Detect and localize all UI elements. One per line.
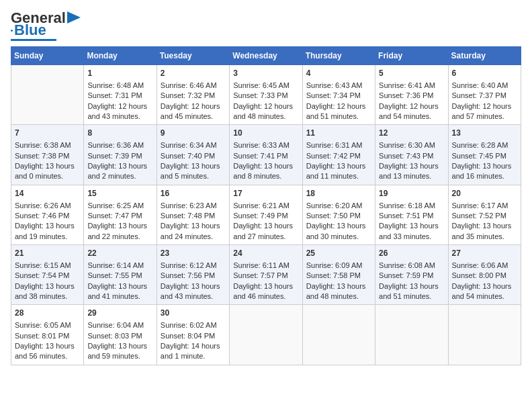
day-number: 5 [379, 68, 444, 79]
col-header-saturday: Saturday [448, 47, 521, 65]
sunset-text: Sunset: 7:47 PM [87, 212, 142, 220]
calendar-cell: 17Sunrise: 6:21 AMSunset: 7:49 PMDayligh… [230, 185, 302, 244]
sunset-text: Sunset: 7:37 PM [452, 91, 506, 99]
calendar-cell: 11Sunrise: 6:31 AMSunset: 7:42 PMDayligh… [302, 125, 375, 185]
week-row-1: 1Sunrise: 6:48 AMSunset: 7:31 PMDaylight… [11, 65, 521, 125]
calendar-cell: 27Sunrise: 6:06 AMSunset: 8:00 PMDayligh… [448, 245, 521, 305]
daylight-text: Daylight: 13 hours and 38 minutes. [15, 282, 75, 300]
sunrise-text: Sunrise: 6:09 AM [306, 261, 363, 269]
col-header-sunday: Sunday [11, 47, 84, 65]
sunset-text: Sunset: 7:52 PM [452, 212, 506, 220]
calendar-cell: 7Sunrise: 6:38 AMSunset: 7:38 PMDaylight… [11, 125, 84, 185]
sunrise-text: Sunrise: 6:40 AM [452, 81, 508, 89]
calendar-cell: 20Sunrise: 6:17 AMSunset: 7:52 PMDayligh… [448, 185, 521, 244]
sunset-text: Sunset: 7:58 PM [306, 271, 361, 279]
sunrise-text: Sunrise: 6:06 AM [452, 261, 508, 269]
day-number: 18 [306, 188, 371, 199]
sunset-text: Sunset: 7:34 PM [306, 91, 361, 99]
day-number: 23 [161, 248, 226, 259]
calendar-cell: 9Sunrise: 6:34 AMSunset: 7:40 PMDaylight… [157, 125, 229, 185]
col-header-thursday: Thursday [302, 47, 375, 65]
daylight-text: Daylight: 13 hours and 24 minutes. [161, 222, 220, 240]
daylight-text: Daylight: 13 hours and 59 minutes. [87, 342, 147, 360]
calendar-table: SundayMondayTuesdayWednesdayThursdayFrid… [11, 46, 521, 365]
sunset-text: Sunset: 7:33 PM [233, 91, 287, 99]
sunset-text: Sunset: 7:56 PM [161, 271, 215, 279]
day-number: 1 [87, 68, 152, 79]
day-number: 16 [161, 188, 226, 199]
logo-blue-text: Blue [14, 23, 46, 38]
header-row: SundayMondayTuesdayWednesdayThursdayFrid… [11, 47, 521, 65]
sunrise-text: Sunrise: 6:30 AM [379, 141, 435, 149]
sunrise-text: Sunrise: 6:11 AM [233, 261, 290, 269]
daylight-text: Daylight: 12 hours and 43 minutes. [87, 102, 147, 120]
daylight-text: Daylight: 13 hours and 22 minutes. [87, 222, 147, 240]
sunrise-text: Sunrise: 6:46 AM [161, 81, 217, 89]
sunrise-text: Sunrise: 6:34 AM [161, 141, 217, 149]
day-number: 22 [87, 248, 152, 259]
calendar-cell: 3Sunrise: 6:45 AMSunset: 7:33 PMDaylight… [230, 65, 302, 125]
day-number: 17 [233, 188, 298, 199]
sunset-text: Sunset: 7:59 PM [379, 271, 433, 279]
calendar-cell: 2Sunrise: 6:46 AMSunset: 7:32 PMDaylight… [157, 65, 229, 125]
calendar-cell: 18Sunrise: 6:20 AMSunset: 7:50 PMDayligh… [302, 185, 375, 244]
calendar-cell: 10Sunrise: 6:33 AMSunset: 7:41 PMDayligh… [230, 125, 302, 185]
sunset-text: Sunset: 7:43 PM [379, 152, 433, 160]
sunrise-text: Sunrise: 6:20 AM [306, 201, 363, 210]
day-number: 8 [87, 128, 152, 139]
sunrise-text: Sunrise: 6:17 AM [452, 201, 508, 210]
calendar-cell: 26Sunrise: 6:08 AMSunset: 7:59 PMDayligh… [375, 245, 448, 305]
sunrise-text: Sunrise: 6:14 AM [87, 261, 144, 269]
calendar-cell [375, 305, 448, 365]
calendar-cell [230, 305, 302, 365]
sunrise-text: Sunrise: 6:43 AM [306, 81, 363, 89]
logo: General Blue [11, 11, 81, 41]
col-header-monday: Monday [84, 47, 157, 65]
day-number: 26 [379, 248, 444, 259]
sunset-text: Sunset: 7:38 PM [15, 152, 69, 160]
calendar-cell: 8Sunrise: 6:36 AMSunset: 7:39 PMDaylight… [84, 125, 157, 185]
sunrise-text: Sunrise: 6:31 AM [306, 141, 363, 149]
daylight-text: Daylight: 13 hours and 48 minutes. [306, 282, 366, 300]
calendar-cell [302, 305, 375, 365]
sunrise-text: Sunrise: 6:28 AM [452, 141, 508, 149]
day-number: 2 [161, 68, 226, 79]
logo-arrow-icon [67, 11, 81, 24]
sunset-text: Sunset: 7:45 PM [452, 152, 506, 160]
day-number: 7 [15, 128, 80, 139]
calendar-cell: 23Sunrise: 6:12 AMSunset: 7:56 PMDayligh… [157, 245, 229, 305]
sunrise-text: Sunrise: 6:18 AM [379, 201, 435, 210]
day-number: 21 [15, 248, 80, 259]
sunrise-text: Sunrise: 6:08 AM [379, 261, 435, 269]
daylight-text: Daylight: 13 hours and 56 minutes. [15, 342, 75, 360]
calendar-cell: 30Sunrise: 6:02 AMSunset: 8:04 PMDayligh… [157, 305, 229, 365]
sunrise-text: Sunrise: 6:05 AM [15, 321, 71, 329]
calendar-cell: 22Sunrise: 6:14 AMSunset: 7:55 PMDayligh… [84, 245, 157, 305]
daylight-text: Daylight: 12 hours and 54 minutes. [379, 102, 439, 120]
daylight-text: Daylight: 13 hours and 16 minutes. [452, 162, 512, 180]
day-number: 20 [452, 188, 517, 199]
calendar-cell: 16Sunrise: 6:23 AMSunset: 7:48 PMDayligh… [157, 185, 229, 244]
day-number: 4 [306, 68, 371, 79]
header: General Blue [11, 11, 521, 41]
calendar-cell: 4Sunrise: 6:43 AMSunset: 7:34 PMDaylight… [302, 65, 375, 125]
day-number: 27 [452, 248, 517, 259]
daylight-text: Daylight: 13 hours and 27 minutes. [233, 222, 293, 240]
logo-underline [11, 39, 56, 41]
day-number: 9 [161, 128, 226, 139]
calendar-cell: 14Sunrise: 6:26 AMSunset: 7:46 PMDayligh… [11, 185, 84, 244]
week-row-4: 21Sunrise: 6:15 AMSunset: 7:54 PMDayligh… [11, 245, 521, 305]
sunrise-text: Sunrise: 6:33 AM [233, 141, 290, 149]
daylight-text: Daylight: 13 hours and 54 minutes. [452, 282, 512, 300]
col-header-friday: Friday [375, 47, 448, 65]
daylight-text: Daylight: 12 hours and 57 minutes. [452, 102, 512, 120]
svg-marker-0 [67, 11, 81, 24]
calendar-cell: 1Sunrise: 6:48 AMSunset: 7:31 PMDaylight… [84, 65, 157, 125]
calendar-cell: 28Sunrise: 6:05 AMSunset: 8:01 PMDayligh… [11, 305, 84, 365]
calendar-cell: 6Sunrise: 6:40 AMSunset: 7:37 PMDaylight… [448, 65, 521, 125]
sunset-text: Sunset: 7:50 PM [306, 212, 361, 220]
daylight-text: Daylight: 13 hours and 51 minutes. [379, 282, 439, 300]
sunset-text: Sunset: 7:55 PM [87, 271, 142, 279]
sunrise-text: Sunrise: 6:15 AM [15, 261, 71, 269]
daylight-text: Daylight: 13 hours and 8 minutes. [233, 162, 293, 180]
